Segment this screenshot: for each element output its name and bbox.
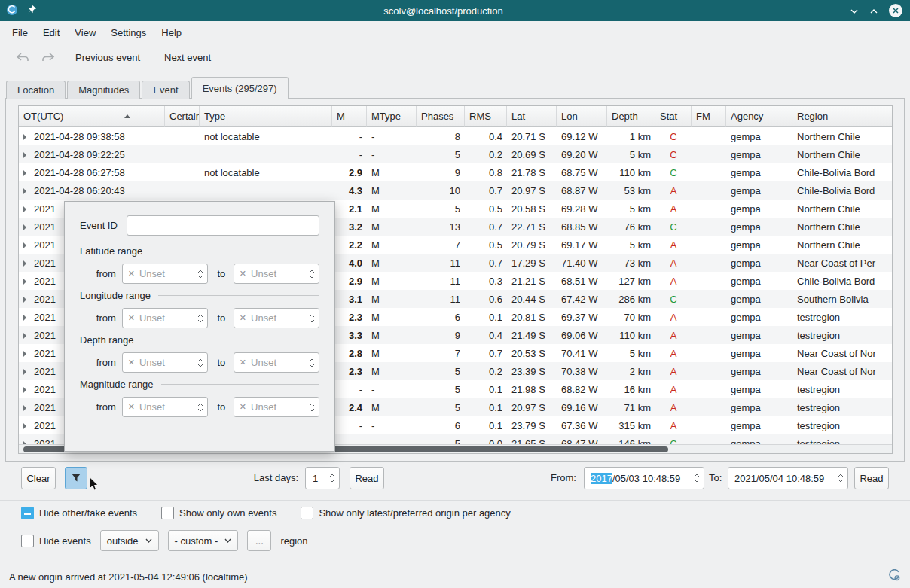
expand-arrow-icon[interactable] (23, 405, 26, 411)
table-row[interactable]: 2021-04-28 09:22:25--50.220.69 S69.20 W5… (19, 145, 893, 163)
expand-arrow-icon[interactable] (23, 170, 26, 176)
show-own-checkbox[interactable]: Show only own events (161, 507, 276, 519)
to-datetime-spinbox[interactable]: 2021/05/04 10:48:59 (728, 467, 848, 489)
read-range-button[interactable]: Read (854, 467, 889, 489)
range-spinbox[interactable]: ✕Unset (122, 264, 208, 284)
spinner-arrows-icon[interactable] (197, 358, 203, 367)
back-arrow-icon[interactable] (14, 48, 32, 66)
expand-arrow-icon[interactable] (23, 206, 26, 212)
spinner-arrows-icon[interactable] (694, 474, 700, 483)
column-header-m[interactable]: M (332, 106, 367, 127)
clear-x-icon[interactable]: ✕ (240, 358, 246, 367)
clear-x-icon[interactable]: ✕ (240, 313, 246, 323)
expand-arrow-icon[interactable] (23, 279, 26, 285)
expand-arrow-icon[interactable] (23, 224, 26, 230)
tab-magnitudes[interactable]: Magnitudes (67, 81, 140, 99)
column-header-certainty[interactable]: Certainty (165, 106, 200, 127)
clear-x-icon[interactable]: ✕ (240, 402, 246, 412)
column-header-ot-utc-[interactable]: OT(UTC) (19, 106, 165, 127)
clear-button[interactable]: Clear (21, 467, 56, 489)
column-header-lat[interactable]: Lat (507, 106, 557, 127)
outside-dropdown[interactable]: outside (100, 530, 159, 551)
spinner-arrows-icon[interactable] (838, 474, 844, 483)
checkbox-checked-icon[interactable] (21, 507, 34, 519)
range-spinbox[interactable]: ✕Unset (122, 308, 208, 328)
chevron-up-icon[interactable] (869, 5, 878, 17)
column-header-agency[interactable]: Agency (726, 106, 792, 127)
origin-notification-icon[interactable] (888, 569, 901, 584)
expand-arrow-icon[interactable] (23, 297, 26, 303)
column-header-phases[interactable]: Phases (417, 106, 465, 127)
app-icon[interactable] (6, 4, 18, 18)
clear-x-icon[interactable]: ✕ (128, 402, 135, 412)
next-event-button[interactable]: Next event (158, 49, 217, 66)
column-header-depth[interactable]: Depth (607, 106, 655, 127)
spinner-arrows-icon[interactable] (329, 474, 335, 483)
checkbox-icon[interactable] (161, 507, 174, 519)
tab-location[interactable]: Location (6, 81, 66, 99)
menu-item-help[interactable]: Help (154, 24, 189, 41)
region-preset-dropdown[interactable]: - custom - (168, 530, 239, 551)
expand-arrow-icon[interactable] (23, 242, 26, 248)
column-header-rms[interactable]: RMS (465, 106, 507, 127)
menu-item-settings[interactable]: Settings (103, 24, 154, 41)
column-header-lon[interactable]: Lon (557, 106, 607, 127)
table-row[interactable]: 2021-04-28 09:38:58not locatable--80.420… (19, 127, 893, 145)
close-icon[interactable] (889, 4, 902, 17)
column-header-fm[interactable]: FM (692, 106, 726, 127)
range-spinbox[interactable]: ✕Unset (234, 352, 319, 373)
expand-arrow-icon[interactable] (23, 351, 26, 357)
table-row[interactable]: 2021-04-28 06:20:434.3M100.720.97 S68.87… (19, 181, 893, 200)
column-header-stat[interactable]: Stat (655, 106, 692, 127)
checkbox-icon[interactable] (21, 535, 34, 547)
spinner-arrows-icon[interactable] (309, 403, 315, 412)
column-header-mtype[interactable]: MType (367, 106, 417, 127)
clear-x-icon[interactable]: ✕ (128, 358, 135, 367)
show-latest-checkbox[interactable]: Show only latest/preferred origin per ag… (301, 507, 510, 519)
tab-event[interactable]: Event (142, 81, 189, 99)
last-days-spinbox[interactable]: 1 (305, 467, 340, 489)
hide-other-checkbox[interactable]: Hide other/fake events (21, 507, 137, 519)
range-spinbox[interactable]: ✕Unset (122, 352, 208, 373)
filter-button[interactable] (65, 467, 87, 489)
expand-arrow-icon[interactable] (23, 333, 26, 339)
clear-x-icon[interactable]: ✕ (240, 269, 246, 279)
expand-arrow-icon[interactable] (23, 260, 26, 267)
column-header-type[interactable]: Type (200, 106, 332, 127)
range-spinbox[interactable]: ✕Unset (234, 308, 319, 328)
table-row[interactable]: 2021-04-28 06:27:58not locatable2.9M90.8… (19, 163, 893, 181)
expand-arrow-icon[interactable] (23, 423, 26, 429)
range-spinbox[interactable]: ✕Unset (234, 397, 319, 417)
spinner-arrows-icon[interactable] (197, 270, 203, 279)
previous-event-button[interactable]: Previous event (69, 49, 146, 66)
menu-item-edit[interactable]: Edit (35, 24, 67, 41)
expand-arrow-icon[interactable] (23, 387, 26, 393)
spinner-arrows-icon[interactable] (197, 403, 203, 412)
chevron-down-icon[interactable] (850, 5, 859, 17)
tab-events[interactable]: Events (295/297) (191, 77, 289, 99)
clear-x-icon[interactable]: ✕ (128, 269, 135, 279)
column-header-region[interactable]: Region (792, 106, 893, 127)
forward-arrow-icon[interactable] (39, 48, 57, 66)
expand-arrow-icon[interactable] (23, 315, 26, 321)
region-more-button[interactable]: ... (247, 530, 271, 551)
range-spinbox[interactable]: ✕Unset (122, 397, 208, 417)
event-id-input[interactable] (127, 215, 319, 236)
expand-arrow-icon[interactable] (23, 152, 26, 158)
menu-item-view[interactable]: View (67, 24, 103, 41)
hide-events-checkbox[interactable]: Hide events (21, 535, 91, 547)
read-button[interactable]: Read (350, 467, 384, 489)
range-spinbox[interactable]: ✕Unset (234, 264, 319, 284)
spinner-arrows-icon[interactable] (309, 314, 315, 323)
menu-item-file[interactable]: File (5, 24, 35, 41)
pin-icon[interactable] (27, 5, 37, 17)
expand-arrow-icon[interactable] (23, 188, 26, 194)
spinner-arrows-icon[interactable] (197, 314, 203, 323)
spinner-arrows-icon[interactable] (309, 358, 315, 367)
from-datetime-spinbox[interactable]: 2017/05/03 10:48:59 (584, 467, 704, 489)
checkbox-icon[interactable] (301, 507, 313, 519)
expand-arrow-icon[interactable] (23, 369, 26, 375)
spinner-arrows-icon[interactable] (309, 270, 315, 279)
clear-x-icon[interactable]: ✕ (128, 313, 135, 323)
expand-arrow-icon[interactable] (23, 134, 26, 140)
